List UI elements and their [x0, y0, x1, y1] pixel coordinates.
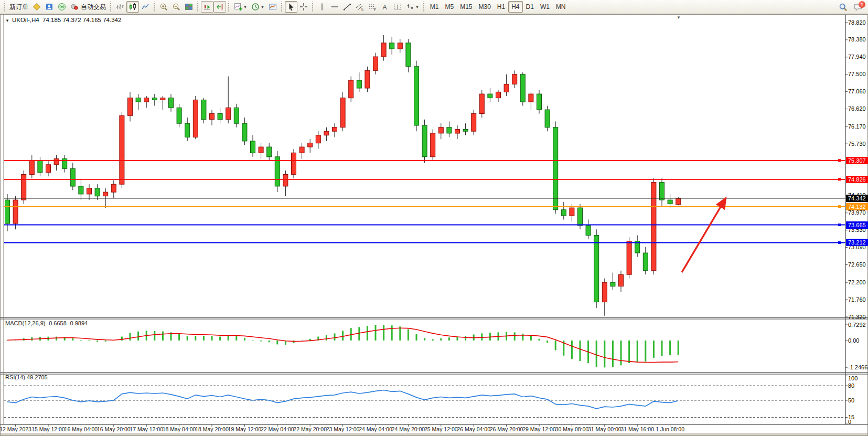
horizontal-line-button[interactable]	[328, 1, 341, 13]
community-button[interactable]	[43, 1, 56, 13]
rsi-tick-label: 0	[848, 419, 868, 426]
macd-pane	[7, 325, 848, 367]
line-chart-button[interactable]	[139, 1, 152, 13]
add-indicator-button[interactable]: ▼	[232, 1, 249, 13]
price-tick-label: 72.200	[848, 279, 868, 286]
toolbar-grip[interactable]	[422, 2, 425, 12]
arrows-icon	[406, 3, 414, 11]
signals-icon	[58, 3, 66, 11]
candle	[152, 98, 157, 100]
candle	[251, 141, 255, 153]
toolbar-grip[interactable]	[311, 2, 314, 12]
line-handle[interactable]	[838, 205, 841, 208]
macd-tick-label: -1.2466	[848, 364, 868, 371]
new-order-button[interactable]: 新订单	[7, 1, 30, 13]
fibonacci-icon: F	[368, 3, 377, 11]
candle	[136, 98, 141, 102]
trendline-button[interactable]	[341, 1, 353, 13]
macd-tick-label: 0.00	[848, 337, 868, 344]
zoom-out-button[interactable]	[170, 1, 183, 13]
vertical-line-button[interactable]	[316, 1, 328, 13]
candle	[471, 114, 476, 132]
candle	[414, 67, 419, 125]
candle	[120, 115, 124, 184]
periods-button[interactable]: ▼	[249, 1, 266, 13]
autotrading-label: 自动交易	[81, 3, 106, 12]
timeframe-button-m5[interactable]: M5	[442, 1, 457, 13]
line-handle[interactable]	[838, 224, 841, 226]
candle	[627, 241, 631, 275]
trendline-icon	[343, 3, 351, 11]
timeframe-group: M1M5M15M30H1H4D1W1MN	[427, 1, 569, 13]
notification-badge[interactable]: 1	[859, 1, 865, 8]
auto-scroll-icon	[203, 3, 211, 11]
add-indicator-dropdown-icon[interactable]: ▼	[243, 5, 247, 9]
timeframe-button-m1[interactable]: M1	[427, 1, 442, 13]
toolbar-grip[interactable]	[109, 2, 112, 12]
cursor-button[interactable]	[285, 1, 297, 13]
arrows-dropdown-icon[interactable]: ▼	[415, 5, 419, 9]
price-line-badge: 75.307	[846, 157, 868, 164]
price-tick-label: 77.940	[848, 54, 868, 60]
zoom-out-icon	[172, 3, 180, 11]
candle	[553, 127, 558, 210]
timeframe-button-m30[interactable]: M30	[476, 1, 494, 13]
toolbar-grip[interactable]	[227, 2, 230, 12]
line-handle[interactable]	[838, 241, 841, 244]
zoom-in-button[interactable]	[157, 1, 170, 13]
candle	[643, 253, 648, 271]
candle	[299, 147, 304, 153]
equidistant-channel-button[interactable]: E	[353, 1, 366, 13]
chart-ohlc-values: 74.185 74.372 74.165 74.342	[42, 17, 121, 23]
signals-button[interactable]	[56, 1, 68, 13]
candle	[128, 98, 133, 116]
chart-shift-button[interactable]	[213, 1, 226, 13]
macd-label: MACD(12,26,9) -0.6658 -0.9894	[5, 320, 88, 326]
line-handle[interactable]	[838, 178, 841, 180]
toolbar-grip[interactable]	[196, 2, 199, 12]
timeframe-button-d1[interactable]: D1	[523, 1, 537, 13]
text-icon: A	[381, 3, 389, 11]
autotrading-button[interactable]: 自动交易	[68, 1, 108, 13]
tile-windows-button[interactable]	[183, 1, 195, 13]
chart-canvas[interactable]	[0, 0, 868, 436]
candlestick-chart-button[interactable]	[126, 1, 139, 13]
periods-dropdown-icon[interactable]: ▼	[261, 5, 264, 9]
bar-chart-button[interactable]	[114, 1, 126, 13]
arrow-annotation[interactable]	[682, 199, 725, 272]
price-tick-label: 72.650	[848, 261, 868, 268]
toolbar-grip[interactable]	[153, 2, 155, 12]
price-tick-label: 71.320	[848, 314, 868, 321]
text-button[interactable]: A	[379, 1, 391, 13]
search-button[interactable]	[837, 1, 850, 13]
candle	[242, 123, 247, 141]
metaeditor-button[interactable]	[30, 1, 43, 13]
timeframe-button-w1[interactable]: W1	[537, 1, 553, 13]
chart-shift-marker-icon[interactable]: ▼	[677, 15, 681, 20]
metaeditor-icon	[33, 3, 41, 11]
arrows-button[interactable]: ▼	[404, 1, 421, 13]
timeframe-button-h1[interactable]: H1	[494, 1, 508, 13]
candle	[79, 186, 83, 194]
candle	[29, 161, 34, 174]
chat-button[interactable]: 1	[852, 1, 864, 13]
fibonacci-button[interactable]: F	[366, 1, 379, 13]
timeframe-button-h4[interactable]: H4	[508, 1, 522, 13]
timeframe-button-m15[interactable]: M15	[457, 1, 475, 13]
text-label-button[interactable]: T	[391, 1, 404, 13]
svg-text:E: E	[361, 7, 364, 11]
toolbar-grip[interactable]	[280, 2, 283, 12]
svg-text:T: T	[396, 4, 400, 10]
line-handle[interactable]	[838, 159, 841, 162]
collapse-chart-icon[interactable]: ▼	[5, 18, 9, 23]
crosshair-button[interactable]	[297, 1, 310, 13]
timeframe-button-mn[interactable]: MN	[553, 1, 569, 13]
candle	[103, 192, 108, 196]
candle	[308, 143, 313, 147]
templates-button[interactable]	[266, 1, 279, 13]
auto-scroll-button[interactable]	[201, 1, 213, 13]
candle	[316, 135, 320, 143]
price-tick-label: 77.060	[848, 88, 868, 95]
svg-text:A: A	[382, 4, 387, 11]
toolbar-grip[interactable]	[3, 2, 5, 12]
